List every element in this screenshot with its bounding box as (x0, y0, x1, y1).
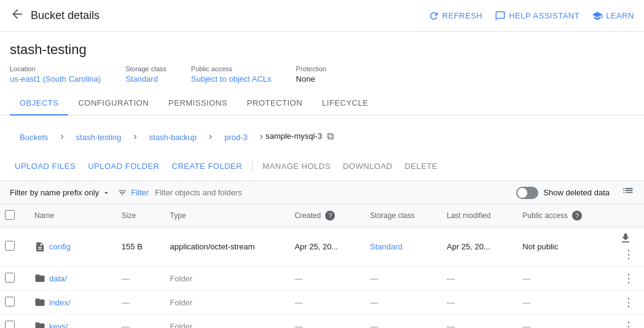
toggle-knob (517, 188, 527, 198)
location-value: us-east1 (South Carolina) (10, 74, 101, 84)
download-button[interactable]: DOWNLOAD (338, 158, 398, 174)
row-size: 155 B (112, 227, 160, 267)
more-actions-button[interactable]: ⋮ (623, 320, 634, 328)
row-storage-class: — (360, 267, 437, 291)
storage-class-meta: Storage class Standard (125, 65, 167, 84)
folder-icon (34, 322, 45, 328)
header-size: Size (112, 205, 160, 227)
refresh-label: REFRESH (442, 11, 483, 20)
more-actions-button[interactable]: ⋮ (623, 248, 634, 260)
table-container: Name Size Type Created ? Storage class L… (0, 205, 644, 328)
row-actions: ⋮ (607, 267, 644, 291)
row-public-access: — (512, 291, 607, 314)
select-all-checkbox[interactable] (5, 210, 15, 220)
table-row: config 155 B application/octet-stream Ap… (0, 227, 644, 267)
row-actions: ⋮ (607, 227, 644, 267)
topbar: Bucket details REFRESH HELP ASSISTANT LE… (0, 0, 644, 32)
row-type: Folder (160, 314, 285, 329)
learn-button[interactable]: LEARN (592, 10, 634, 21)
upload-files-button[interactable]: UPLOAD FILES (10, 158, 80, 174)
row-name: index/ (25, 291, 112, 314)
back-button[interactable] (10, 7, 25, 25)
show-deleted-toggle[interactable] (516, 187, 538, 199)
row-last-modified: — (437, 314, 512, 329)
toolbar: UPLOAD FILES UPLOAD FOLDER CREATE FOLDER… (0, 154, 644, 181)
tab-objects[interactable]: OBJECTS (10, 91, 68, 115)
breadcrumb-sep-1: › (60, 131, 63, 142)
header-actions (607, 205, 644, 227)
row-last-modified: — (437, 291, 512, 314)
row-size: — (112, 291, 160, 314)
delete-button[interactable]: DELETE (399, 158, 442, 174)
row-public-access: Not public (512, 227, 607, 267)
table-row: keys/ — Folder — — — — ⋮ (0, 314, 644, 329)
protection-label: Protection (296, 65, 327, 72)
show-deleted-toggle-area: Show deleted data (516, 187, 610, 199)
row-size: — (112, 267, 160, 291)
refresh-button[interactable]: REFRESH (428, 10, 483, 21)
row-name: config (25, 227, 112, 267)
tab-configuration[interactable]: CONFIGURATION (68, 91, 159, 115)
breadcrumb-current: sample-mysql-3 (265, 131, 322, 141)
public-access-help-icon[interactable]: ? (572, 211, 582, 221)
tab-lifecycle[interactable]: LIFECYCLE (312, 91, 378, 115)
objects-table: Name Size Type Created ? Storage class L… (0, 205, 644, 328)
storage-class-value: Standard (125, 74, 167, 84)
download-icon[interactable] (619, 235, 632, 247)
filter-input[interactable] (155, 188, 510, 197)
row-name-link[interactable]: index/ (49, 298, 71, 307)
bucket-meta: Location us-east1 (South Carolina) Stora… (10, 65, 634, 84)
create-folder-button[interactable]: CREATE FOLDER (167, 158, 248, 174)
breadcrumb-stash-testing[interactable]: stash-testing (66, 124, 132, 148)
folder-icon (34, 298, 45, 307)
header-created: Created ? (285, 205, 360, 227)
manage-holds-button[interactable]: MANAGE HOLDS (257, 158, 336, 174)
upload-folder-button[interactable]: UPLOAD FOLDER (83, 158, 164, 174)
row-created: Apr 25, 20... (285, 227, 360, 267)
more-actions-button[interactable]: ⋮ (623, 272, 634, 284)
row-name-link[interactable]: config (49, 242, 71, 251)
filter-prefix-label: Filter by name prefix only (10, 188, 99, 197)
breadcrumb-prod3[interactable]: prod-3 (214, 124, 257, 148)
header-storage-class: Storage class (360, 205, 437, 227)
bucket-name: stash-testing (10, 42, 634, 58)
tab-permissions[interactable]: PERMISSIONS (159, 91, 237, 115)
file-icon (34, 243, 45, 251)
breadcrumb: Buckets › stash-testing › stash-backup ›… (0, 115, 644, 154)
table-row: data/ — Folder — — — — ⋮ (0, 267, 644, 291)
breadcrumb-buckets[interactable]: Buckets (10, 124, 58, 148)
row-checkbox[interactable] (5, 273, 15, 283)
copy-icon[interactable]: ⧉ (327, 131, 334, 142)
row-name-link[interactable]: keys/ (49, 322, 68, 329)
breadcrumb-stash-backup[interactable]: stash-backup (139, 124, 206, 148)
row-checkbox-cell (0, 227, 25, 267)
help-label: HELP ASSISTANT (509, 11, 579, 20)
tabs: OBJECTS CONFIGURATION PERMISSIONS PROTEC… (0, 91, 644, 115)
tab-protection[interactable]: PROTECTION (237, 91, 312, 115)
row-checkbox[interactable] (5, 297, 15, 307)
filter-label: Filter (131, 188, 149, 197)
created-help-icon[interactable]: ? (325, 211, 335, 221)
row-checkbox[interactable] (5, 321, 15, 329)
bucket-info: stash-testing Location us-east1 (South C… (0, 32, 644, 84)
row-storage-class: Standard (360, 227, 437, 267)
help-assistant-button[interactable]: HELP ASSISTANT (495, 10, 579, 21)
location-meta: Location us-east1 (South Carolina) (10, 65, 101, 84)
row-storage-class: — (360, 291, 437, 314)
breadcrumb-sep-3: › (209, 131, 212, 142)
more-actions-button[interactable]: ⋮ (623, 296, 634, 308)
header-name: Name (25, 205, 112, 227)
filter-chip[interactable]: Filter (117, 188, 149, 198)
row-size: — (112, 314, 160, 329)
row-name-link[interactable]: data/ (49, 274, 67, 283)
row-name: keys/ (25, 314, 112, 329)
columns-icon[interactable] (622, 185, 634, 200)
row-checkbox[interactable] (5, 241, 15, 251)
topbar-right: REFRESH HELP ASSISTANT LEARN (428, 10, 634, 21)
learn-label: LEARN (606, 11, 634, 20)
location-label: Location (10, 65, 101, 72)
toolbar-divider (252, 160, 253, 173)
header-last-modified: Last modified (437, 205, 512, 227)
row-actions: ⋮ (607, 291, 644, 314)
filter-prefix-dropdown[interactable]: Filter by name prefix only (10, 188, 111, 198)
